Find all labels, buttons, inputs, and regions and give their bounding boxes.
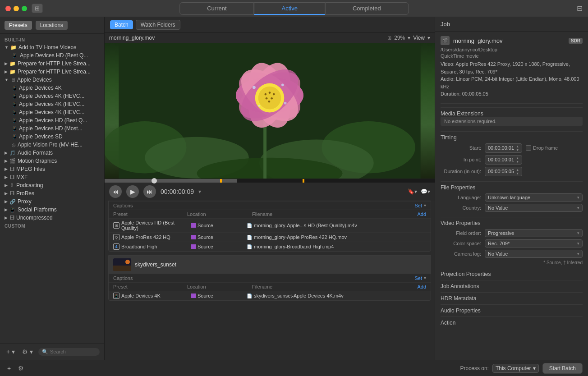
- media-extensions-header[interactable]: Media Extensions: [441, 110, 583, 117]
- color-space-select[interactable]: Rec. 709* ▾: [485, 239, 583, 248]
- sidebar-item-vision-pro[interactable]: ◎ Apple Vision Pro (MV-HE...: [0, 141, 104, 149]
- preview-filename: morning_glory.mov: [109, 35, 155, 41]
- sidebar-item-motion[interactable]: ▶ 🎬 Motion Graphics: [0, 157, 104, 165]
- timing-inpoint-row: In point: 00:00:00:01 ▲ ▼: [441, 155, 583, 165]
- sidebar-item-mxf[interactable]: ▶ 🎞 MXF: [0, 173, 104, 181]
- progress-track[interactable]: [105, 179, 435, 183]
- sidebar-item-http2[interactable]: ▶ 📁 Prepare for HTTP Live Strea...: [0, 68, 104, 76]
- step-up[interactable]: ▲: [516, 168, 519, 171]
- field-order-select[interactable]: Progressive ▾: [485, 229, 583, 237]
- preview-controls-right: ⊞ 29% ▾ View ▾: [387, 35, 430, 41]
- watch-folders-tab[interactable]: Watch Folders: [136, 20, 180, 30]
- tab-active[interactable]: Active: [254, 2, 325, 15]
- add-preset-button[interactable]: Add: [417, 284, 426, 289]
- preset-icon: Q: [113, 234, 119, 240]
- duration-value[interactable]: 00:00:05:05 ▲ ▼: [485, 167, 522, 176]
- step-down[interactable]: ▼: [516, 172, 519, 175]
- action-header[interactable]: Action: [441, 320, 583, 326]
- inpoint-value[interactable]: 00:00:00:01 ▲ ▼: [485, 155, 522, 165]
- bottom-settings-button[interactable]: ⚙: [16, 364, 26, 373]
- location-badge: Source: [191, 244, 245, 249]
- minimize-button[interactable]: [14, 6, 19, 11]
- sidebar-item-apple-hd-best[interactable]: 📱 Apple Devices HD (Best Q...: [0, 51, 104, 60]
- locations-tab[interactable]: Locations: [36, 21, 68, 30]
- skip-back-button[interactable]: ⏮: [109, 185, 122, 198]
- sidebar-item-4k-hevc3[interactable]: 📱 Apple Devices 4K (HEVC...: [0, 108, 104, 116]
- process-select[interactable]: This Computer ▾: [492, 364, 539, 373]
- hdr-metadata-header[interactable]: HDR Metadata: [441, 295, 583, 302]
- visionpro-icon: ◎: [12, 142, 16, 147]
- close-button[interactable]: [5, 6, 11, 11]
- file-properties-header[interactable]: File Properties: [441, 184, 583, 191]
- timing-header[interactable]: Timing: [441, 134, 583, 141]
- svg-point-22: [268, 101, 271, 103]
- step-down[interactable]: ▼: [516, 160, 519, 163]
- sidebar-item-audio[interactable]: ▶ 🎵 Audio Formats: [0, 149, 104, 157]
- playhead[interactable]: [152, 178, 157, 183]
- start-value[interactable]: 00:00:00:01 ▲ ▼: [485, 143, 522, 153]
- step-up[interactable]: ▲: [516, 156, 519, 160]
- step-down[interactable]: ▼: [516, 148, 519, 151]
- svg-point-21: [271, 97, 273, 100]
- sidebar-item-social[interactable]: ▶ 📱 Social Platforms: [0, 206, 104, 214]
- job-row[interactable]: Q Apple ProRes 422 HQ Source 📄 morning_g…: [109, 232, 431, 242]
- custom-section-label: CUSTOM: [0, 222, 104, 229]
- speech-button[interactable]: 💬▾: [421, 188, 430, 195]
- settings-button[interactable]: ⚙ ▾: [20, 347, 35, 356]
- inpoint-steppers[interactable]: ▲ ▼: [516, 156, 519, 163]
- search-input[interactable]: [50, 349, 96, 354]
- video-properties-header[interactable]: Video Properties: [441, 220, 583, 226]
- sidebar-item-hd-most[interactable]: 📱 Apple Devices HD (Most...: [0, 124, 104, 133]
- job-row[interactable]: ⊞ Apple Devices HD (Best Quality) Source…: [109, 218, 431, 232]
- country-select[interactable]: No Value ▾: [485, 204, 583, 212]
- tab-current[interactable]: Current: [179, 2, 254, 15]
- sidebar-item-add-tv[interactable]: ▼ 📁 Add to TV Home Videos: [0, 43, 104, 51]
- start-batch-button[interactable]: Start Batch: [542, 363, 583, 374]
- view-button[interactable]: View: [413, 35, 425, 41]
- sidebar-item-podcasting[interactable]: ▶ 🎙 Podcasting: [0, 181, 104, 189]
- sidebar-item-4k-hevc2[interactable]: 📱 Apple Devices 4K (HEVC...: [0, 100, 104, 108]
- tab-completed[interactable]: Completed: [325, 2, 409, 15]
- center-panel: Batch Watch Folders morning_glory.mov ⊞ …: [105, 17, 435, 360]
- svg-point-23: [253, 86, 256, 89]
- batch-tab[interactable]: Batch: [110, 20, 133, 29]
- audio-properties-header[interactable]: Audio Properties: [441, 307, 583, 314]
- filename-col-header: Filename: [252, 284, 415, 289]
- skip-forward-button[interactable]: ⏭: [143, 185, 156, 198]
- set-button[interactable]: Set: [414, 203, 422, 208]
- sidebar-item-4k-hevc1[interactable]: 📱 Apple Devices 4K (HEVC...: [0, 92, 104, 100]
- add-preset-button[interactable]: + ▾: [5, 347, 17, 356]
- job-row[interactable]: 4 Broadband High Source 📄 morning_glory-…: [109, 242, 431, 251]
- job-annotations-header[interactable]: Job Annotations: [441, 283, 583, 289]
- sidebar-item-prores[interactable]: ▶ 🎞 ProRes: [0, 189, 104, 197]
- sidebar-item-apple-devices[interactable]: ▼ 🖥 Apple Devices: [0, 76, 104, 84]
- language-select[interactable]: Unknown language ▾: [485, 193, 583, 202]
- duration-steppers[interactable]: ▲ ▼: [516, 168, 519, 175]
- sidebar-item-uncompressed[interactable]: ▶ 🎞 Uncompressed: [0, 214, 104, 222]
- drop-frame-checkbox[interactable]: [526, 145, 531, 151]
- job-row[interactable]: 📱 Apple Devices 4K Source 📄 skydivers_su…: [109, 291, 431, 300]
- start-steppers[interactable]: ▲ ▼: [516, 145, 519, 151]
- sidebar-item-4k[interactable]: 📱 Apple Devices 4K: [0, 84, 104, 92]
- presets-tab[interactable]: Presets: [5, 21, 32, 30]
- section-title: Audio Properties: [441, 307, 481, 314]
- camera-log-select[interactable]: No Value ▾: [485, 250, 583, 258]
- maximize-button[interactable]: [22, 6, 27, 11]
- add-preset-button[interactable]: Add: [417, 211, 426, 217]
- sidebar-item-proxy[interactable]: ▶ 🔗 Proxy: [0, 197, 104, 206]
- arrow-icon: ▼: [5, 45, 9, 50]
- marker-button[interactable]: 🔖▾: [408, 188, 417, 195]
- play-button[interactable]: ▶: [126, 185, 139, 198]
- preview-area: morning_glory.mov ⊞ 29% ▾ View ▾: [105, 33, 435, 168]
- sidebar-item-hd-best[interactable]: 📱 Apple Devices HD (Best Q...: [0, 116, 104, 124]
- sidebar-item-sd[interactable]: 📱 Apple Devices SD: [0, 133, 104, 141]
- layout-button[interactable]: ⊞: [32, 4, 43, 13]
- sidebar-item-http1[interactable]: ▶ 📁 Prepare for HTTP Live Strea...: [0, 60, 104, 68]
- step-up[interactable]: ▲: [516, 145, 519, 148]
- sidebar-item-mpeg[interactable]: ▶ 🎞 MPEG Files: [0, 165, 104, 173]
- sidebar-item-label: Uncompressed: [16, 215, 53, 221]
- bottom-add-button[interactable]: +: [5, 364, 13, 373]
- set-button[interactable]: Set: [414, 275, 422, 281]
- projection-header[interactable]: Projection Properties: [441, 271, 583, 277]
- inpoint-timecode: 00:00:00:01: [488, 157, 514, 162]
